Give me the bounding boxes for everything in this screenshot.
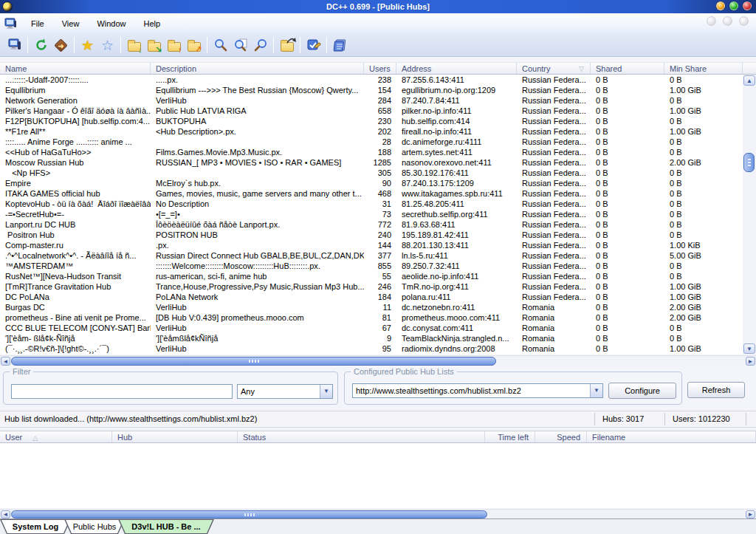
settings-icon[interactable] [303, 35, 323, 55]
scroll-left-button[interactable]: ◄ [1, 357, 10, 366]
menu-item-help[interactable]: Help [135, 16, 170, 31]
menu-item-file[interactable]: File [22, 16, 53, 31]
hub-row[interactable]: <Np HFS>30585.30.192.176:411Russian Fede… [0, 168, 743, 178]
hub-row[interactable]: Moscow Russian HubRUSSIAN_[ MP3 • MOVIES… [0, 157, 743, 168]
hub-row[interactable]: [TmR]Trance Gravitation HubTrance,House,… [0, 281, 743, 292]
close-button[interactable] [743, 1, 752, 10]
hub-row[interactable]: Positron HubPOSITRON HUB240195.189.81.42… [0, 230, 743, 240]
refresh-button[interactable]: Refresh [687, 382, 745, 398]
hublist-url-combo[interactable]: http://www.stealthsettings.com/hublist.x… [352, 383, 603, 398]
hub-cell-min-share: 0 B [664, 209, 743, 219]
mdi-restore-button[interactable] [723, 16, 732, 26]
transfers-column-header-user[interactable]: User△ [0, 431, 112, 442]
hub-cell-min-share: 1.00 KiB [664, 240, 743, 250]
transfers-column-header-time-left[interactable]: Time left [485, 431, 535, 442]
hub-row[interactable]: F12P[BUKTOPUHA] [hub.selfip.com:4...BUKT… [0, 116, 743, 126]
finished-uploads-icon[interactable]: ↗ [184, 35, 204, 55]
column-header-shared[interactable]: Shared [591, 63, 664, 74]
hub-horizontal-scroll-thumb[interactable] [11, 357, 496, 366]
search-spy-icon[interactable] [250, 35, 270, 55]
hub-row[interactable]: EqullibriumEqullibrium --->>> The Best R… [0, 85, 743, 95]
column-header-address[interactable]: Address [396, 63, 517, 74]
hub-cell-name: Positron Hub [0, 230, 151, 240]
hub-row[interactable]: ....:::::-Udaff-2007:::::.........px.238… [0, 75, 743, 85]
filter-column-combo[interactable]: Any ▼ [237, 384, 333, 399]
title-bar[interactable]: DC++ 0.699 - [Public Hubs] [0, 0, 756, 13]
app-icon[interactable] [2, 1, 13, 12]
maximize-button[interactable] [729, 1, 738, 10]
hub-cell-min-share: 1.00 GiB [664, 126, 743, 137]
mdi-close-button[interactable] [739, 16, 749, 26]
bottom-horizontal-scrollbar[interactable]: ◄ ► [0, 509, 756, 518]
tab-public-hubs[interactable]: Public Hubs [64, 519, 125, 534]
bottom-horizontal-scroll-thumb[interactable] [11, 510, 487, 518]
column-header-name[interactable]: Name [0, 63, 151, 74]
menu-item-window[interactable]: Window [88, 16, 134, 31]
open-file-list-icon[interactable] [277, 35, 297, 55]
hub-cell-name: prometheus - Bine ati venit pe Prome... [0, 312, 151, 323]
vertical-scrollbar[interactable]: ▲ ▼ [743, 75, 756, 355]
finished-downloads-icon[interactable]: ↘ [144, 35, 164, 55]
follow-redirect-icon[interactable]: ➜ [51, 35, 71, 55]
hub-row[interactable]: EmpireMcElroy`s hub.px.9087.240.13.175:1… [0, 178, 743, 188]
tab-d3v-l-hub-be[interactable]: D3v!L HUB - Be ... [118, 519, 214, 534]
menu-item-view[interactable]: View [53, 16, 89, 31]
column-header-users[interactable]: Users [364, 63, 396, 74]
hub-cell-description: Films.Games.Movie.Mp3.Music.px. [151, 147, 364, 157]
filter-input[interactable] [11, 384, 233, 399]
hub-row[interactable]: Network GenerationVerliHub28487.240.7.84… [0, 95, 743, 106]
transfers-column-header-hub[interactable]: Hub [112, 431, 238, 442]
hub-horizontal-scrollbar[interactable]: ◄ ► [0, 355, 756, 366]
hub-cell-country: Russian Federa... [517, 116, 591, 126]
column-header-description[interactable]: Description [151, 63, 364, 74]
vertical-scroll-thumb[interactable] [743, 153, 755, 172]
favorite-users-icon[interactable]: ☆ [97, 35, 117, 55]
hub-row[interactable]: DC PoLANaPoLANa Network184polana.ru:411R… [0, 292, 743, 302]
hub-row[interactable]: ']['èåm- ßlå¢k-Ñîñjå']['èåmßlå¢kÑîñjå9Te… [0, 333, 743, 343]
hub-cell-shared: 0 B [591, 261, 664, 271]
hub-row[interactable]: Pilker's Hangaar - Ó êîãî äóøà íà âàñìà.… [0, 106, 743, 116]
scroll-down-button[interactable]: ▼ [743, 343, 755, 354]
hub-row[interactable]: ::::..... Anime Forge .....::::: anime .… [0, 137, 743, 147]
hub-row[interactable]: Burgas DCVerliHub11dc.netzonebn.ro:411Ro… [0, 302, 743, 312]
scroll-right-button[interactable]: ► [746, 357, 755, 366]
hub-row[interactable]: Lanport.ru DC HUBÎôèöèàëüíûé õàá ñåòè La… [0, 219, 743, 230]
mdi-minimize-button[interactable] [707, 16, 716, 26]
notepad-icon[interactable] [330, 35, 350, 55]
scroll-left-button[interactable]: ◄ [1, 510, 10, 518]
configure-button[interactable]: Configure [608, 383, 676, 399]
minimize-button[interactable] [716, 1, 725, 10]
hub-row[interactable]: KoptevoHub - òü íà õàá! Äîáðî ïîæàëîâàNo… [0, 199, 743, 209]
hub-cell-address: 195.189.81.42:411 [396, 230, 517, 240]
transfers-column-header-filename[interactable]: Filename [587, 431, 756, 442]
hub-row[interactable]: **F1re All**<Hub Description>.px.202fire… [0, 126, 743, 137]
column-header-min-share[interactable]: Min Share [664, 63, 743, 74]
transfers-column-header-speed[interactable]: Speed [535, 431, 587, 442]
chevron-down-icon[interactable]: ▼ [320, 385, 332, 398]
hub-row[interactable]: <<Hub of HaGaTuHo>>Films.Games.Movie.Mp3… [0, 147, 743, 157]
chevron-down-icon[interactable]: ▼ [590, 384, 602, 397]
hub-row[interactable]: .^•^Localnetwork^•^. - Ãëàâíîå íå ñ...Ru… [0, 250, 743, 261]
scroll-up-button[interactable]: ▲ [743, 75, 755, 86]
connect-icon[interactable] [4, 35, 24, 55]
tab-system-log[interactable]: System Log [0, 519, 71, 534]
download-queue-icon[interactable]: ↓ [124, 35, 144, 55]
scroll-right-button[interactable]: ► [746, 510, 755, 518]
favorite-hubs-icon[interactable]: ★ [78, 35, 97, 55]
waiting-users-icon[interactable]: ↑ [164, 35, 184, 55]
hub-row[interactable]: CCC BLUE TELECOM [CONY-SAT] BarladVerliH… [0, 323, 743, 333]
hub-row[interactable]: (¯·.¸¸.-©R!v€ñ-]\[!ght©-.¸¸.·´¯)VerliHub… [0, 343, 743, 354]
adl-search-icon[interactable] [230, 35, 250, 55]
hub-row[interactable]: ITAKA GAMES official hubGames, movies, m… [0, 188, 743, 199]
hub-row[interactable]: RusNet™][Neva-Hudson Transitrus-american… [0, 271, 743, 281]
hub-cell-country: Russian Federa... [517, 137, 591, 147]
hub-row[interactable]: Comp-master.ru.px.14488.201.130.13:411Ru… [0, 240, 743, 250]
hub-row[interactable]: prometheus - Bine ati venit pe Prome...[… [0, 312, 743, 323]
hub-row[interactable]: ™AMSTERDAM™:::::::Welcome::::::::Moscow:… [0, 261, 743, 271]
column-header-country[interactable]: Country▽ [517, 63, 591, 74]
hub-row[interactable]: -=•SecretHub•=-•[=_=]•73secrethub.selfip… [0, 209, 743, 219]
transfers-column-header-status[interactable]: Status [238, 431, 485, 442]
refresh-icon[interactable] [31, 35, 51, 55]
status-message: Hub list downloaded... (http://www.steal… [0, 413, 594, 425]
search-icon[interactable] [210, 35, 230, 55]
